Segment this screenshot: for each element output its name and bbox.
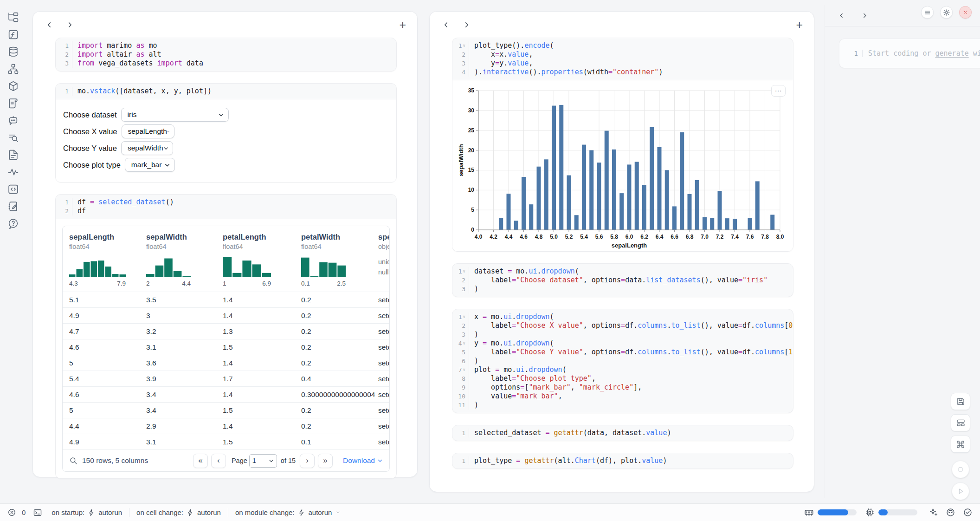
table-row[interactable]: 4.73.21.30.2setosa [63,323,389,339]
code-line[interactable]: 8 label="Choose plot type", [452,374,788,383]
runtime-config-item[interactable]: on module change:autorun [235,508,341,516]
code-icon[interactable] [4,182,22,196]
code-line[interactable]: 1∨x = mo.ui.dropdown( [452,313,788,321]
keyboard-shortcuts-button[interactable] [951,436,970,453]
runtime-config-item[interactable]: on startup:autorun [52,508,122,516]
dropdown-select[interactable]: sepalWidth [121,141,173,155]
settings-button[interactable] [940,6,953,19]
first-page-button[interactable]: « [193,454,208,468]
close-button[interactable] [959,6,972,19]
code-editor[interactable]: 1∨x = mo.ui.dropdown(2 label="Choose X v… [452,309,793,413]
table-row[interactable]: 5.13.51.40.2setosa [63,292,389,307]
code-line[interactable]: 1∨dataset = mo.ui.dropdown( [452,267,788,276]
prev-page-button[interactable]: ‹ [211,454,226,468]
empty-code-cell[interactable]: 1 Start coding or generate with AI [839,39,980,68]
connection-status-button[interactable] [963,508,973,517]
documentation-icon[interactable] [4,96,22,110]
code-line[interactable]: 4).interactive().properties(width="conta… [452,68,788,77]
code-line[interactable]: 7∨plot = mo.ui.dropdown( [452,365,788,374]
logs-icon[interactable] [4,130,22,144]
table-row[interactable]: 53.61.40.2setosa [63,355,389,371]
ai-features-button[interactable] [928,508,938,517]
code-line[interactable]: 2 label="Choose X value", options=df.col… [452,321,788,330]
code-editor[interactable]: 1plot_type = getattr(alt.Chart(df), plot… [452,453,793,469]
code-editor[interactable]: 1df = selected_dataset()2df [56,195,396,219]
dropdown-select[interactable]: mark_bar [125,158,175,172]
code-line[interactable]: 3) [452,330,788,339]
code-line[interactable]: 1df = selected_dataset() [56,198,392,207]
layout-button[interactable] [951,414,970,431]
code-editor[interactable]: 1selected_dataset = getattr(data, datase… [452,425,793,441]
chevron-left-icon[interactable] [836,10,846,20]
scratchpad-icon[interactable] [4,199,22,213]
save-button[interactable] [951,393,970,410]
dropdown-select[interactable]: iris [121,108,229,122]
terminal-button[interactable] [33,508,42,517]
dependency-graph-icon[interactable] [4,62,22,76]
column-header-petalLength[interactable]: petalLengthfloat6416.9 [223,233,301,287]
chevron-right-icon[interactable] [859,10,870,20]
code-line[interactable]: 1import marimo as mo [56,41,392,50]
code-editor[interactable]: 1mo.vstack([dataset, x, y, plot]) [56,84,396,99]
column-header-petalWidth[interactable]: petalWidthfloat640.12.5 [301,233,378,287]
functions-icon[interactable] [4,27,22,41]
code-editor[interactable]: 1∨dataset = mo.ui.dropdown(2 label="Choo… [452,264,793,297]
add-cell-button[interactable]: + [796,19,803,31]
page-select[interactable]: 1 [249,454,277,468]
help-icon[interactable] [4,216,22,230]
generate-link[interactable]: generate [935,49,969,58]
tracing-icon[interactable] [4,165,22,179]
code-editor[interactable]: 1∨plot_type().encode(2 x=x.value,3 y=y.v… [452,38,793,80]
code-line[interactable]: 9 options=["mark_bar", "mark_circle"], [452,383,788,392]
code-line[interactable]: 1mo.vstack([dataset, x, y, plot]) [56,87,392,96]
chevron-left-icon[interactable] [44,20,54,30]
table-row[interactable]: 4.63.11.50.2setosa [63,339,389,355]
code-line[interactable]: 11) [452,401,788,410]
table-row[interactable]: 53.41.50.2setosa [63,402,389,418]
table-row[interactable]: 4.63.41.40.30000000000000004setosa [63,386,389,402]
column-header-sepalWidth[interactable]: sepalWidthfloat6424.4 [146,233,223,287]
bar-chart[interactable]: 4.04.24.44.64.85.05.25.45.65.86.06.26.46… [457,87,790,249]
table-row[interactable]: 4.93.11.50.1setosa [63,434,389,449]
code-line[interactable]: 1plot_type = getattr(alt.Chart(df), plot… [452,456,788,465]
search-icon[interactable] [69,456,77,465]
code-line[interactable]: 3) [452,285,788,293]
code-line[interactable]: 5 label="Choose Y value", options=df.col… [452,348,788,357]
code-line[interactable]: 6) [452,357,788,365]
dropdown-select[interactable]: sepalLength [122,124,174,138]
table-row[interactable]: 4.931.40.2setosa [63,307,389,323]
file-explorer-icon[interactable] [4,10,22,24]
code-line[interactable]: 10 value="mark_bar", [452,392,788,401]
stop-button[interactable] [952,461,969,478]
column-header-sepalLength[interactable]: sepalLengthfloat644.37.9 [69,233,146,287]
code-line[interactable]: 3from vega_datasets import data [56,59,392,68]
runtime-config-item[interactable]: on cell change:autorun [136,508,221,516]
add-cell-button[interactable]: + [399,19,406,31]
column-header-species[interactable]: speciesobjectunique:nulls: [378,233,389,287]
table-row[interactable]: 4.42.91.40.2setosa [63,418,389,434]
code-line[interactable]: 1selected_dataset = getattr(data, datase… [452,429,788,437]
packages-icon[interactable] [4,79,22,93]
assistant-button[interactable] [946,508,955,517]
menu-button[interactable] [921,6,934,19]
datasources-icon[interactable] [4,45,22,59]
code-line[interactable]: 2 x=x.value, [452,50,788,59]
chevron-left-icon[interactable] [441,20,451,30]
code-line[interactable]: 1∨plot_type().encode( [452,41,788,50]
code-line[interactable]: 2 label="Choose dataset", options=data.l… [452,276,788,285]
code-line[interactable]: 3 y=y.value, [452,59,788,68]
chevron-right-icon[interactable] [461,20,471,30]
code-line[interactable]: 2df [56,207,392,215]
code-line[interactable]: 2import altair as alt [56,50,392,59]
errors-indicator[interactable]: 0 [7,508,33,517]
download-button[interactable]: Download [343,456,383,465]
run-button[interactable] [952,482,969,500]
code-editor[interactable]: 1import marimo as mo2import altair as al… [56,38,396,71]
chevron-right-icon[interactable] [64,20,75,30]
next-page-button[interactable]: › [300,454,315,468]
table-row[interactable]: 5.43.91.70.4setosa [63,371,389,386]
last-page-button[interactable]: » [318,454,333,468]
chart-actions-button[interactable]: ⋯ [771,85,786,97]
snippets-icon[interactable] [4,148,22,162]
ai-chat-icon[interactable] [4,113,22,127]
